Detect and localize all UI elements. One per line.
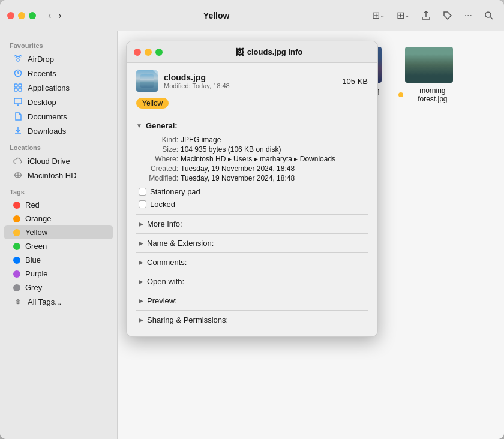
info-body: clouds.jpg Modified: Today, 18:48 105 KB… bbox=[127, 63, 377, 336]
documents-icon bbox=[13, 112, 23, 121]
comments-label: Comments: bbox=[147, 258, 187, 267]
info-minimize-button[interactable] bbox=[145, 49, 152, 56]
sidebar-label-green: Green bbox=[25, 242, 47, 251]
kind-value: JPEG image bbox=[181, 136, 221, 144]
toolbar-right: ⊞⌄ ⊞⌄ ··· bbox=[369, 8, 497, 23]
sidebar-label-icloud: iCloud Drive bbox=[28, 157, 70, 166]
preview-chevron: ▶ bbox=[139, 297, 143, 304]
comments-header[interactable]: ▶ Comments: bbox=[136, 254, 368, 270]
svg-rect-5 bbox=[19, 84, 22, 87]
sidebar-label-grey: Grey bbox=[25, 283, 42, 292]
sidebar-item-macintosh[interactable]: Macintosh HD bbox=[4, 168, 113, 182]
sidebar-item-downloads[interactable]: Downloads bbox=[4, 124, 113, 138]
svg-rect-6 bbox=[14, 88, 17, 91]
kind-label: Kind: bbox=[136, 136, 178, 144]
icloud-icon bbox=[13, 156, 23, 166]
stationery-checkbox[interactable] bbox=[139, 188, 146, 196]
general-rows: Kind: JPEG image Size: 104 935 bytes (10… bbox=[136, 133, 368, 185]
minimize-button[interactable] bbox=[18, 12, 25, 19]
locked-checkbox[interactable] bbox=[139, 200, 146, 208]
info-row-kind: Kind: JPEG image bbox=[136, 135, 368, 145]
info-maximize-button[interactable] bbox=[155, 49, 163, 56]
size-value: 104 935 bytes (106 KB on disk) bbox=[181, 145, 281, 154]
sidebar-label-macintosh: Macintosh HD bbox=[28, 171, 77, 180]
sidebar-item-airdrop[interactable]: AirDrop bbox=[4, 52, 113, 66]
more-button[interactable]: ··· bbox=[461, 8, 475, 23]
sidebar-item-tag-purple[interactable]: Purple bbox=[4, 267, 113, 281]
airdrop-icon bbox=[13, 54, 23, 64]
comments-section: ▶ Comments: bbox=[136, 252, 368, 272]
comments-chevron: ▶ bbox=[139, 259, 143, 266]
view-grid-button[interactable]: ⊞⌄ bbox=[369, 8, 388, 23]
name-ext-header[interactable]: ▶ Name & Extension: bbox=[136, 235, 368, 251]
sidebar-item-tag-orange[interactable]: Orange bbox=[4, 212, 113, 225]
main-content: Favourites AirDrop Recents bbox=[0, 31, 504, 439]
search-button[interactable] bbox=[481, 9, 497, 22]
sidebar-item-documents[interactable]: Documents bbox=[4, 109, 113, 124]
file-item-morning[interactable]: morning forest.jpg bbox=[395, 43, 463, 107]
view-menu-button[interactable]: ⊞⌄ bbox=[394, 8, 412, 23]
name-ext-section: ▶ Name & Extension: bbox=[136, 233, 368, 252]
info-header-row: clouds.jpg Modified: Today, 18:48 105 KB bbox=[136, 70, 368, 92]
sidebar-item-tag-yellow[interactable]: Yellow bbox=[4, 225, 113, 239]
file-name-morning: morning forest.jpg bbox=[406, 86, 460, 103]
blue-tag-dot bbox=[13, 257, 20, 264]
sidebar-item-applications[interactable]: Applications bbox=[4, 80, 113, 95]
locked-label: Locked bbox=[150, 200, 175, 209]
applications-icon bbox=[13, 83, 23, 92]
more-info-header[interactable]: ▶ More Info: bbox=[136, 216, 368, 232]
green-tag-dot bbox=[13, 243, 20, 250]
maximize-button[interactable] bbox=[29, 12, 36, 19]
share-button[interactable] bbox=[418, 9, 434, 22]
where-value: Macintosh HD ▸ Users ▸ marharyta ▸ Downl… bbox=[181, 155, 335, 163]
tag-button[interactable] bbox=[440, 9, 455, 22]
sharing-header[interactable]: ▶ Sharing & Permissions: bbox=[136, 312, 368, 328]
back-button[interactable]: ‹ bbox=[46, 9, 53, 22]
window-title: Yellow bbox=[69, 11, 364, 20]
sidebar-label-orange: Orange bbox=[25, 214, 51, 223]
preview-header[interactable]: ▶ Preview: bbox=[136, 293, 368, 309]
sidebar-item-all-tags[interactable]: ⊕ All Tags... bbox=[4, 294, 113, 309]
sidebar-label-all-tags: All Tags... bbox=[28, 297, 61, 306]
sidebar-label-documents: Documents bbox=[28, 112, 67, 121]
svg-rect-7 bbox=[19, 88, 22, 91]
svg-point-2 bbox=[17, 59, 19, 61]
sidebar-item-tag-green[interactable]: Green bbox=[4, 239, 113, 253]
sidebar-item-tag-blue[interactable]: Blue bbox=[4, 253, 113, 267]
preview-section: ▶ Preview: bbox=[136, 291, 368, 310]
sidebar-label-desktop: Desktop bbox=[28, 98, 56, 107]
open-with-header[interactable]: ▶ Open with: bbox=[136, 273, 368, 290]
info-title-bar: 🖼 clouds.jpg Info bbox=[127, 41, 377, 63]
all-tags-icon: ⊕ bbox=[13, 297, 23, 306]
locked-row[interactable]: Locked bbox=[136, 198, 368, 211]
info-row-where: Where: Macintosh HD ▸ Users ▸ marharyta … bbox=[136, 154, 368, 164]
name-ext-label: Name & Extension: bbox=[147, 239, 214, 248]
info-panel-title: 🖼 clouds.jpg Info bbox=[167, 47, 370, 57]
close-button[interactable] bbox=[7, 12, 14, 19]
open-with-chevron: ▶ bbox=[139, 278, 143, 285]
created-label: Created: bbox=[136, 164, 178, 173]
sidebar-item-tag-grey[interactable]: Grey bbox=[4, 281, 113, 294]
general-header[interactable]: ▼ General: bbox=[136, 119, 368, 133]
more-info-label: More Info: bbox=[147, 220, 182, 228]
sidebar-item-tag-red[interactable]: Red bbox=[4, 198, 113, 212]
sidebar-label-blue: Blue bbox=[25, 255, 41, 264]
yellow-tag-dot bbox=[13, 229, 20, 236]
sidebar-label-red: Red bbox=[25, 200, 40, 209]
sidebar-item-recents[interactable]: Recents bbox=[4, 66, 113, 80]
sidebar-item-desktop[interactable]: Desktop bbox=[4, 95, 113, 109]
recents-icon bbox=[13, 68, 23, 78]
sharing-label: Sharing & Permissions: bbox=[147, 315, 228, 324]
sidebar-label-yellow: Yellow bbox=[25, 228, 47, 237]
stationery-row[interactable]: Stationery pad bbox=[136, 185, 368, 198]
morning-tag-dot bbox=[398, 92, 403, 97]
info-close-button[interactable] bbox=[134, 49, 141, 56]
sidebar-item-icloud[interactable]: iCloud Drive bbox=[4, 154, 113, 168]
sidebar-label-applications: Applications bbox=[28, 83, 70, 92]
forward-button[interactable]: › bbox=[56, 9, 64, 22]
nav-arrows: ‹ › bbox=[46, 9, 64, 22]
info-file-icon bbox=[136, 70, 158, 92]
file-label-row-morning: morning forest.jpg bbox=[398, 86, 460, 103]
grey-tag-dot bbox=[13, 284, 20, 291]
favourites-header: Favourites bbox=[0, 36, 117, 52]
